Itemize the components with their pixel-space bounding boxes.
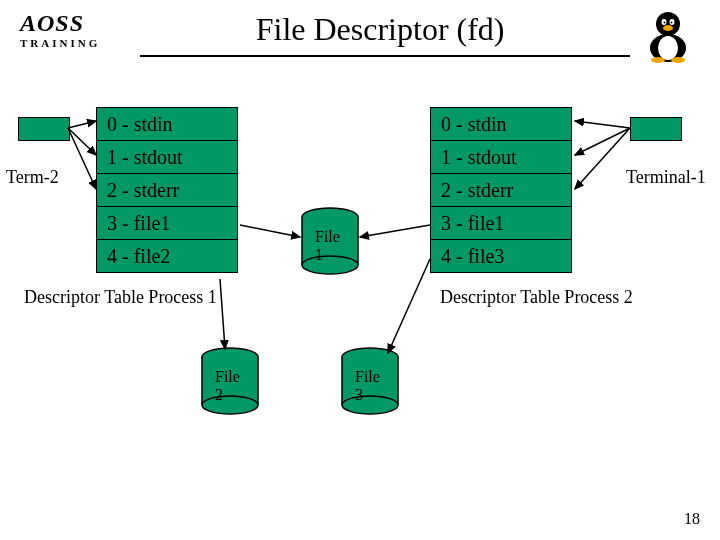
descriptor-table-2: 0 - stdin 1 - stdout 2 - stderr 3 - file… [430, 107, 572, 273]
fd-cell: 1 - stdout [431, 141, 572, 174]
logo-main: AOSS [20, 10, 84, 37]
fd-cell: 4 - file2 [97, 240, 238, 273]
logo-sub: TRAINING [20, 37, 100, 49]
file-3-label: File 3 [355, 368, 385, 404]
svg-line-33 [220, 279, 225, 349]
svg-line-28 [575, 121, 630, 128]
file-3-cylinder: File 3 [340, 347, 400, 417]
fd-cell: 0 - stdin [97, 108, 238, 141]
svg-point-7 [663, 25, 673, 31]
svg-line-25 [68, 121, 96, 128]
svg-line-30 [575, 128, 630, 189]
linux-penguin-icon [644, 8, 692, 64]
fd-cell: 3 - file1 [431, 207, 572, 240]
file-2-cylinder: File 2 [200, 347, 260, 417]
svg-line-34 [388, 259, 430, 353]
logo: AOSS TRAINING [20, 10, 100, 49]
file-1-cylinder: File 1 [300, 207, 360, 277]
fd-cell: 2 - stderr [431, 174, 572, 207]
file-1-label: File 1 [315, 228, 345, 264]
svg-line-31 [240, 225, 300, 237]
file-2-label: File 2 [215, 368, 245, 404]
terminal-1-box [630, 117, 682, 141]
fd-cell: 1 - stdout [97, 141, 238, 174]
term-2-label: Term-2 [6, 167, 59, 188]
page-title: File Descriptor (fd) [120, 11, 700, 48]
svg-point-5 [664, 22, 666, 24]
svg-point-6 [671, 22, 673, 24]
term-2-box [18, 117, 70, 141]
fd-cell: 0 - stdin [431, 108, 572, 141]
svg-line-26 [68, 128, 96, 155]
fd-cell: 2 - stderr [97, 174, 238, 207]
terminal-1-label: Terminal-1 [626, 167, 706, 188]
descriptor-table-1: 0 - stdin 1 - stdout 2 - stderr 3 - file… [96, 107, 238, 273]
svg-line-29 [575, 128, 630, 155]
table-1-caption: Descriptor Table Process 1 [24, 287, 217, 308]
svg-line-27 [68, 128, 96, 189]
svg-point-2 [656, 12, 680, 36]
fd-cell: 4 - file3 [431, 240, 572, 273]
table-2-caption: Descriptor Table Process 2 [440, 287, 633, 308]
svg-line-32 [360, 225, 430, 237]
fd-cell: 3 - file1 [97, 207, 238, 240]
slide-number: 18 [684, 510, 700, 528]
